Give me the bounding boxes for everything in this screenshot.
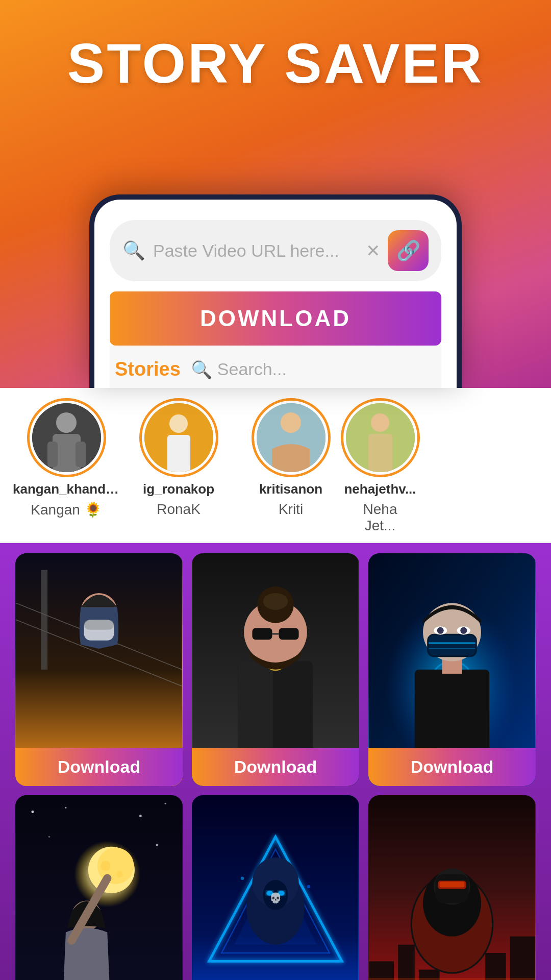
svg-rect-26 [252, 628, 272, 640]
svg-point-49 [48, 836, 50, 837]
search-small-icon: 🔍 [191, 359, 212, 380]
url-input-placeholder[interactable]: Paste Video URL here... [153, 241, 358, 261]
svg-rect-78 [369, 977, 535, 980]
download-button-3[interactable]: Download [368, 748, 536, 786]
svg-point-50 [156, 844, 158, 846]
svg-point-41 [437, 627, 444, 634]
svg-point-43 [460, 627, 467, 634]
svg-rect-12 [368, 434, 392, 472]
avatar-neha [346, 403, 415, 472]
stories-row: kangan_khandel... Kangan 🌻 ig_ronakop Ro… [0, 388, 551, 543]
download-button-2[interactable]: Download [192, 748, 359, 786]
svg-rect-27 [279, 628, 299, 640]
media-card-image-5: 💀 [192, 795, 359, 980]
story-username-kangan: kangan_khandel... [13, 481, 120, 497]
svg-rect-7 [167, 435, 190, 472]
story-displayname-ronak: RonaK [157, 501, 201, 518]
media-card-image-6 [368, 795, 536, 980]
bottom-section: kangan_khandel... Kangan 🌻 ig_ronakop Ro… [0, 388, 551, 980]
media-card-5: 💀 Download [192, 795, 359, 980]
download-main-button[interactable]: DOWNLOAD [110, 291, 441, 346]
svg-point-1 [56, 412, 77, 433]
hero-background: STORY SAVER 🔍 Paste Video URL here... ✕ … [0, 0, 551, 388]
link-button[interactable]: 🔗 [388, 230, 429, 271]
svg-point-69 [307, 885, 311, 888]
media-card-1: Download [15, 553, 183, 786]
media-card-4: Download [15, 795, 183, 980]
svg-rect-74 [398, 944, 415, 980]
stories-label: Stories [115, 358, 181, 380]
svg-point-9 [281, 412, 301, 433]
svg-point-68 [241, 876, 244, 880]
svg-point-48 [165, 802, 166, 804]
media-card-image-4 [15, 795, 183, 980]
story-displayname-kriti: Kriti [279, 501, 303, 518]
media-grid: Download [15, 553, 536, 980]
story-avatar-ring-ronak [139, 398, 218, 477]
svg-rect-37 [429, 635, 475, 655]
avatar-kriti [257, 403, 325, 472]
story-item-ronak[interactable]: ig_ronakop RonaK [122, 398, 235, 534]
story-username-ronak: ig_ronakop [125, 481, 232, 497]
svg-point-6 [169, 414, 188, 433]
story-displayname-neha: Neha Jet... [347, 501, 413, 534]
svg-text:💀: 💀 [269, 892, 282, 904]
story-item-neha[interactable]: nehajethv... Neha Jet... [347, 398, 413, 534]
svg-rect-19 [84, 620, 114, 630]
svg-point-46 [65, 806, 66, 808]
search-icon: 🔍 [122, 240, 145, 261]
story-item-kangan[interactable]: kangan_khandel... Kangan 🌻 [10, 398, 122, 534]
clear-icon[interactable]: ✕ [366, 240, 380, 261]
url-search-bar[interactable]: 🔍 Paste Video URL here... ✕ 🔗 [110, 220, 441, 281]
story-avatar-ring [27, 398, 106, 477]
svg-point-47 [139, 815, 142, 817]
svg-rect-76 [485, 953, 506, 980]
stories-bar: Stories 🔍 Search... [110, 346, 441, 388]
avatar-kangan [32, 403, 101, 472]
svg-rect-3 [47, 442, 58, 467]
svg-point-54 [101, 861, 111, 871]
svg-rect-85 [440, 881, 465, 887]
story-username-neha: nehajethv... [327, 481, 434, 497]
media-card-3: ♔ [368, 553, 536, 786]
media-card-6: Download [368, 795, 536, 980]
svg-rect-16 [41, 570, 47, 670]
svg-rect-4 [76, 442, 86, 467]
svg-rect-77 [510, 936, 535, 980]
stories-search[interactable]: 🔍 Search... [191, 359, 287, 380]
link-icon: 🔗 [396, 239, 420, 262]
svg-point-25 [263, 593, 288, 610]
svg-point-55 [116, 871, 123, 877]
svg-point-45 [31, 811, 34, 813]
svg-point-11 [371, 413, 389, 432]
avatar-ronak [144, 403, 213, 472]
media-grid-section: Download [0, 543, 551, 980]
story-avatar-ring-neha [341, 398, 420, 477]
app-title: STORY SAVER [67, 31, 484, 95]
phone-mockup: 🔍 Paste Video URL here... ✕ 🔗 DOWNLOAD S… [89, 194, 462, 388]
media-card-2: Download [192, 553, 359, 786]
story-avatar-ring-kriti [252, 398, 331, 477]
svg-rect-73 [369, 961, 394, 980]
story-item-kriti[interactable]: kritisanon Kriti [235, 398, 347, 534]
stories-search-placeholder: Search... [217, 359, 287, 379]
download-button-1[interactable]: Download [15, 748, 183, 786]
story-displayname-kangan: Kangan 🌻 [31, 501, 102, 518]
